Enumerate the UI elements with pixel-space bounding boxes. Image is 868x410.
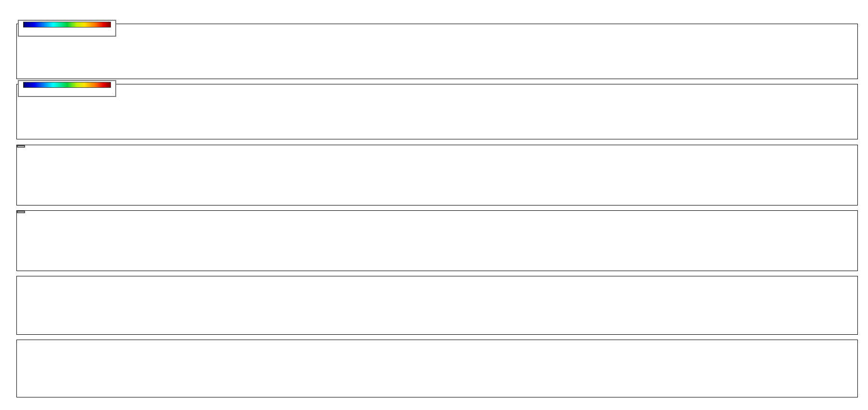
x-axis-date-labels [0,399,868,408]
mean-absi-heatmap-canvas [17,145,857,205]
u-colorbar-tick-labels [19,27,115,35]
panel-v-velocity-heatmap [17,84,857,139]
std-absi-label [17,211,25,213]
std-absi-heatmap-canvas [17,211,857,271]
panel-std-absi-heatmap [17,211,857,271]
panel-mean-absi-heatmap [17,145,857,205]
panel-u-velocity-heatmap [17,24,857,79]
panel-temperature [17,340,857,397]
u-colorbar-gradient [23,22,111,27]
depth-variation-line-canvas [17,276,857,334]
u-colorbar-legend [18,20,116,37]
mean-absi-label [17,145,25,148]
v-colorbar-legend [18,80,116,97]
temperature-line-canvas [17,340,857,397]
v-colorbar-gradient [23,82,111,88]
u-velocity-heatmap-canvas [17,24,857,79]
v-velocity-heatmap-canvas [17,84,857,139]
v-colorbar-tick-labels [19,88,115,95]
panel-depth-variation [17,276,857,334]
adcp-figure [0,0,868,410]
